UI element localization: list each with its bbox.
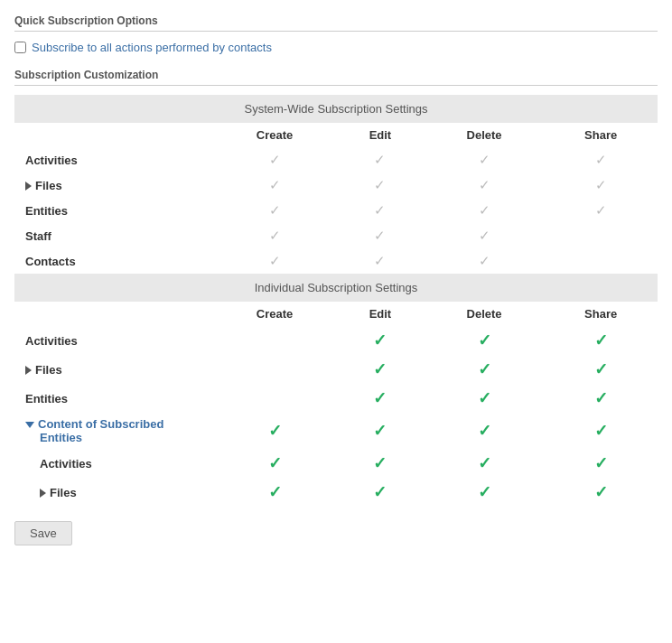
check-delete-activities-sub: ✓ — [425, 449, 545, 478]
subscription-customization-section: Subscription Customization System-Wide S… — [14, 69, 658, 507]
table-row: Files ✓ ✓ ✓ ✓ — [14, 172, 658, 198]
system-wide-header-row: System-Wide Subscription Settings — [14, 95, 658, 123]
col-header-share-sys: Share — [544, 123, 658, 147]
row-label-entities-sys: Entities — [14, 198, 213, 223]
check-edit-content-sub: ✓ — [336, 413, 425, 449]
check-create-content-sub: ✓ — [213, 413, 336, 449]
check-create-activities-ind — [213, 326, 336, 355]
check-create-staff-sys: ✓ — [213, 223, 336, 248]
save-button[interactable]: Save — [14, 521, 72, 545]
check-create-entities-ind — [213, 384, 336, 413]
individual-col-headers: Create Edit Delete Share — [14, 302, 658, 326]
table-row: Entities ✓ ✓ ✓ ✓ — [14, 198, 658, 223]
col-header-create-ind: Create — [213, 302, 336, 326]
table-row: Activities ✓ ✓ ✓ ✓ — [14, 449, 658, 478]
check-edit-staff-sys: ✓ — [336, 223, 425, 248]
subscribe-all-checkbox[interactable] — [14, 42, 26, 53]
col-header-delete-sys: Delete — [425, 123, 545, 147]
check-share-entities-sys: ✓ — [544, 198, 658, 223]
col-header-delete-ind: Delete — [425, 302, 545, 326]
triangle-right-icon — [25, 366, 32, 375]
check-share-entities-ind: ✓ — [544, 384, 658, 413]
check-edit-files-sys: ✓ — [336, 172, 425, 198]
check-delete-files-sub: ✓ — [425, 478, 545, 507]
row-label-files-sys: Files — [14, 172, 213, 198]
check-create-files-ind — [213, 355, 336, 384]
table-row: Contacts ✓ ✓ ✓ — [14, 248, 658, 274]
check-create-contacts-sys: ✓ — [213, 248, 336, 274]
table-row: Staff ✓ ✓ ✓ — [14, 223, 658, 248]
check-share-files-sys: ✓ — [544, 172, 658, 198]
check-edit-activities-ind: ✓ — [336, 326, 425, 355]
subscription-customization-title: Subscription Customization — [14, 69, 658, 86]
row-label-content-subscribed[interactable]: Content of SubscribedEntities — [14, 413, 213, 449]
check-delete-activities-ind: ✓ — [425, 326, 545, 355]
row-label-activities-sub: Activities — [14, 449, 213, 478]
check-create-files-sys: ✓ — [213, 172, 336, 198]
row-label-files-ind: Files — [14, 355, 213, 384]
check-delete-contacts-sys: ✓ — [425, 248, 545, 274]
check-delete-entities-ind: ✓ — [425, 384, 545, 413]
row-label-staff-sys: Staff — [14, 223, 213, 248]
table-row: Activities ✓ ✓ ✓ — [14, 326, 658, 355]
system-wide-col-headers: Create Edit Delete Share — [14, 123, 658, 147]
check-delete-staff-sys: ✓ — [425, 223, 545, 248]
check-edit-entities-sys: ✓ — [336, 198, 425, 223]
triangle-down-icon — [25, 422, 34, 428]
check-share-activities-ind: ✓ — [544, 326, 658, 355]
row-label-contacts-sys: Contacts — [14, 248, 213, 274]
row-label-activities-ind: Activities — [14, 326, 213, 355]
check-share-files-sub: ✓ — [544, 478, 658, 507]
check-create-entities-sys: ✓ — [213, 198, 336, 223]
check-delete-files-ind: ✓ — [425, 355, 545, 384]
check-edit-files-sub: ✓ — [336, 478, 425, 507]
col-header-edit-ind: Edit — [336, 302, 425, 326]
quick-subscription-section: Quick Subscription Options Subscribe to … — [14, 14, 658, 54]
col-header-create-sys: Create — [213, 123, 336, 147]
col-header-share-ind: Share — [544, 302, 658, 326]
check-share-content-sub: ✓ — [544, 413, 658, 449]
row-label-entities-ind: Entities — [14, 384, 213, 413]
check-edit-files-ind: ✓ — [336, 355, 425, 384]
quick-subscription-title: Quick Subscription Options — [14, 14, 658, 32]
subscribe-all-label[interactable]: Subscribe to all actions performed by co… — [32, 41, 272, 54]
row-label-files-sub: Files — [14, 478, 213, 507]
check-edit-entities-ind: ✓ — [336, 384, 425, 413]
individual-header: Individual Subscription Settings — [14, 274, 658, 302]
triangle-right-icon — [25, 182, 32, 191]
check-edit-contacts-sys: ✓ — [336, 248, 425, 274]
table-row: Files ✓ ✓ ✓ ✓ — [14, 478, 658, 507]
individual-header-row: Individual Subscription Settings — [14, 274, 658, 302]
check-delete-content-sub: ✓ — [425, 413, 545, 449]
check-delete-entities-sys: ✓ — [425, 198, 545, 223]
check-share-activities-sys: ✓ — [544, 147, 658, 172]
system-wide-header: System-Wide Subscription Settings — [14, 95, 658, 123]
row-label-activities-sys: Activities — [14, 147, 213, 172]
check-delete-files-sys: ✓ — [425, 172, 545, 198]
check-share-activities-sub: ✓ — [544, 449, 658, 478]
table-row: Activities ✓ ✓ ✓ ✓ — [14, 147, 658, 172]
check-share-staff-sys — [544, 223, 658, 248]
table-row: Entities ✓ ✓ ✓ — [14, 384, 658, 413]
triangle-right-icon — [40, 489, 46, 498]
subscribe-all-option[interactable]: Subscribe to all actions performed by co… — [14, 41, 658, 54]
check-delete-activities-sys: ✓ — [425, 147, 545, 172]
check-edit-activities-sys: ✓ — [336, 147, 425, 172]
check-edit-activities-sub: ✓ — [336, 449, 425, 478]
subscription-table: System-Wide Subscription Settings Create… — [14, 95, 658, 507]
check-create-files-sub: ✓ — [213, 478, 336, 507]
col-header-edit-sys: Edit — [336, 123, 425, 147]
table-row: Files ✓ ✓ ✓ — [14, 355, 658, 384]
check-create-activities-sub: ✓ — [213, 449, 336, 478]
check-create-activities-sys: ✓ — [213, 147, 336, 172]
check-share-files-ind: ✓ — [544, 355, 658, 384]
check-share-contacts-sys — [544, 248, 658, 274]
table-row: Content of SubscribedEntities ✓ ✓ ✓ ✓ — [14, 413, 658, 449]
